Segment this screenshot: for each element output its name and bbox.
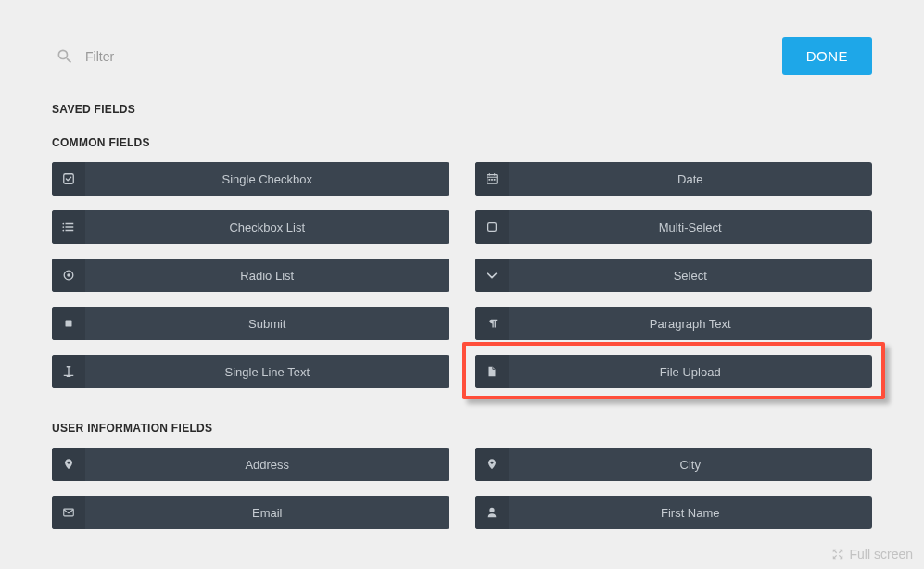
radio-icon bbox=[52, 259, 85, 292]
field-paragraph-text[interactable]: Paragraph Text bbox=[475, 307, 873, 340]
field-label: Submit bbox=[85, 307, 449, 340]
field-label: Multi-Select bbox=[509, 210, 873, 244]
map-pin-icon bbox=[475, 448, 509, 481]
field-label: Address bbox=[85, 448, 449, 481]
field-file-upload[interactable]: File Upload bbox=[475, 355, 873, 388]
field-label: Checkbox List bbox=[85, 210, 449, 244]
field-first-name[interactable]: First Name bbox=[475, 496, 873, 529]
field-label: File Upload bbox=[509, 355, 873, 388]
fullscreen-label: Full screen bbox=[850, 547, 913, 562]
filter-input[interactable] bbox=[85, 49, 271, 64]
field-label: City bbox=[509, 448, 873, 481]
field-email[interactable]: Email bbox=[52, 496, 449, 529]
field-label: Select bbox=[509, 259, 873, 292]
person-icon bbox=[475, 496, 509, 529]
field-address[interactable]: Address bbox=[52, 448, 449, 481]
file-icon bbox=[475, 355, 509, 388]
field-radio-list[interactable]: Radio List bbox=[52, 259, 449, 292]
expand-icon bbox=[831, 548, 844, 561]
search-wrap bbox=[56, 47, 271, 66]
field-label: Single Line Text bbox=[85, 355, 449, 388]
text-cursor-icon bbox=[52, 355, 85, 388]
field-label: Single Checkbox bbox=[85, 162, 449, 196]
field-label: Paragraph Text bbox=[509, 307, 873, 340]
field-single-checkbox[interactable]: Single Checkbox bbox=[52, 162, 449, 196]
fullscreen-button[interactable]: Full screen bbox=[831, 547, 913, 562]
field-label: First Name bbox=[509, 496, 873, 529]
calendar-icon bbox=[475, 162, 509, 196]
field-multi-select[interactable]: Multi-Select bbox=[475, 210, 873, 244]
field-label: Email bbox=[85, 496, 449, 529]
square-outline-icon bbox=[475, 210, 509, 244]
field-checkbox-list[interactable]: Checkbox List bbox=[52, 210, 449, 244]
search-icon bbox=[56, 47, 74, 66]
chevron-down-icon bbox=[475, 259, 509, 292]
field-date[interactable]: Date bbox=[475, 162, 873, 196]
field-submit[interactable]: Submit bbox=[52, 307, 449, 340]
square-solid-icon bbox=[52, 307, 85, 340]
field-single-line-text[interactable]: Single Line Text bbox=[52, 355, 449, 388]
map-pin-icon bbox=[52, 448, 85, 481]
field-label: Radio List bbox=[85, 259, 449, 292]
section-title-common: COMMON FIELDS bbox=[52, 136, 872, 149]
field-city[interactable]: City bbox=[475, 448, 873, 481]
done-button[interactable]: DONE bbox=[782, 37, 872, 75]
section-title-user: USER INFORMATION FIELDS bbox=[52, 422, 872, 435]
section-title-saved: SAVED FIELDS bbox=[52, 103, 872, 116]
checkbox-checked-icon bbox=[52, 162, 85, 196]
list-icon bbox=[52, 210, 85, 244]
field-select[interactable]: Select bbox=[475, 259, 873, 292]
field-label: Date bbox=[509, 162, 873, 196]
envelope-icon bbox=[52, 496, 85, 529]
paragraph-icon bbox=[475, 307, 509, 340]
